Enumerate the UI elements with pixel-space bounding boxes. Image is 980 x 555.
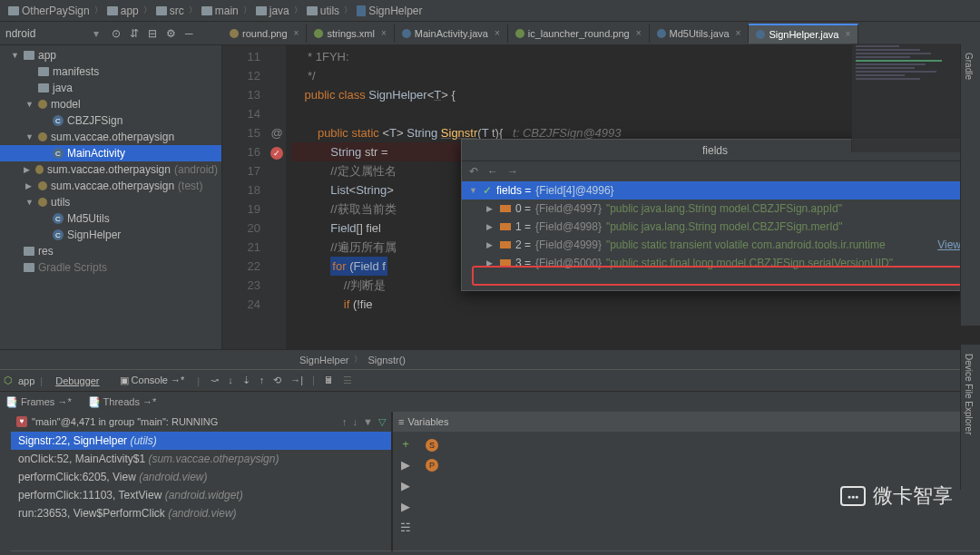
breadcrumb-item[interactable]: app [103,5,143,17]
var-item[interactable]: ▶ 1 = {Field@4998} "public java.lang.Str… [462,218,968,236]
filter-icon[interactable]: ▼ [363,416,373,428]
popup-toolbar: ↶ ← → [462,161,968,181]
console-tab[interactable]: ▣ Console →* [113,372,192,389]
pause-icon[interactable]: ▶ [401,479,410,492]
prev-frame-icon[interactable]: ↑ [342,416,348,428]
popup-back-icon[interactable]: ↶ [469,165,478,178]
editor-tab[interactable]: ic_launcher_round.png× [508,24,650,43]
breadcrumb-item[interactable]: utils [302,5,344,17]
gear-icon[interactable]: ⚙ [166,27,176,40]
stack-frame[interactable]: run:23653, View$PerformClick (android.vi… [11,504,391,522]
thread-name[interactable]: "main"@4,471 in group "main": RUNNING [32,416,218,427]
var-item[interactable]: ▶ 2 = {Field@4999} "public static transi… [462,236,968,254]
frames-list[interactable]: Signstr:22, SignHelper (utils)onClick:52… [11,432,391,551]
caret-icon[interactable]: ▶ [24,165,32,174]
watch-icon[interactable]: ☰ [343,375,352,386]
tree-item[interactable]: manifests [0,63,221,80]
popup-right-icon[interactable]: → [507,165,518,178]
sync-icon[interactable]: ⊙ [112,27,121,40]
editor-tab[interactable]: round.png× [222,24,307,43]
breadcrumb-item[interactable]: src [152,5,189,17]
editor-tab[interactable]: MainActivity.java× [395,24,508,43]
code-breadcrumb[interactable]: SignHelper〉Signstr() [0,349,980,369]
tree-item[interactable]: ▶sum.vaccae.otherpaysign (test) [0,178,221,194]
collapse-icon[interactable]: ⊟ [148,27,157,40]
step-into-icon[interactable]: ↓ [228,375,233,386]
step-out-icon[interactable]: ↑ [260,375,265,386]
tree-item[interactable]: CCBZJFSign [0,112,221,129]
close-icon[interactable]: × [636,28,642,38]
next-frame-icon[interactable]: ↓ [353,416,358,428]
evaluate-icon[interactable]: 🖩 [324,375,334,386]
editor-tab[interactable]: strings.xml× [307,24,394,43]
tree-item[interactable]: ▼model [0,96,221,112]
minimap[interactable] [851,44,960,152]
device-explorer-tab[interactable]: Device File Explorer [961,345,976,443]
pkg-icon [38,100,47,109]
debugger-tab[interactable]: Debugger [48,373,106,389]
tree-item[interactable]: ▼app [0,47,221,63]
breadcrumb-item[interactable]: main [197,5,243,17]
stack-frame[interactable]: Signstr:22, SignHelper (utils) [11,432,391,450]
java-icon [657,29,666,38]
breadcrumb-item[interactable]: java [251,5,294,17]
tree-item[interactable]: java [0,80,221,96]
stack-frame[interactable]: performClick:11103, TextView (android.wi… [11,486,391,504]
pkg-icon [38,198,47,207]
caret-icon[interactable]: ▼ [25,198,34,207]
popup-list[interactable]: ▼ ✓ fields = {Field[4]@4996}▶ 0 = {Field… [462,181,968,272]
tree-item[interactable]: CMd5Utils [0,210,221,227]
stack-frame[interactable]: onClick:52, MainActivity$1 (sum.vaccae.o… [11,450,391,468]
debug-target-icon[interactable]: ⬡ [4,375,13,386]
vars-toolbar: + ▶ ▶ ▶ ☵ [393,432,418,534]
cls-icon: C [53,115,64,126]
tree-item[interactable]: CMainActivity [0,145,221,161]
pkg-icon [38,181,47,190]
right-side-panel[interactable]: Gradle [960,44,980,326]
tree-item[interactable]: Gradle Scripts [0,259,221,276]
view-icon[interactable]: ☵ [400,521,411,534]
editor-tab[interactable]: Md5Utils.java× [650,24,750,43]
stack-frame[interactable]: performClick:6205, View (android.view) [11,468,391,486]
close-icon[interactable]: × [294,28,299,38]
project-selector[interactable]: ndroid▾ [0,22,104,44]
popup-left-icon[interactable]: ← [487,165,498,178]
stop-icon[interactable]: ▶ [401,500,410,513]
breadcrumb-item[interactable]: OtherPaySign [4,5,94,17]
caret-icon[interactable]: ▼ [25,132,34,141]
close-icon[interactable]: × [736,28,741,38]
run-to-cursor-icon[interactable]: →| [290,375,303,386]
threads-label[interactable]: 📑 Threads →* [88,396,157,408]
resume-icon[interactable]: ▶ [401,458,410,472]
caret-icon[interactable]: ▶ [25,181,34,190]
var-item[interactable]: ▶ 3 = {Field@5000} "public static final … [462,254,968,272]
breadcrumb-item[interactable]: SignHelper [352,5,426,17]
close-icon[interactable]: × [495,28,500,38]
expand-icon[interactable]: ⇵ [130,27,139,40]
editor-tab[interactable]: SignHelper.java× [749,24,858,44]
force-step-icon[interactable]: ⇣ [242,375,250,386]
tree-item[interactable]: ▼sum.vaccae.otherpaysign [0,129,221,145]
debug-target[interactable]: app [18,375,34,386]
step-over-icon[interactable]: ⤻ [211,375,219,386]
gradle-tab[interactable]: Gradle [961,44,976,89]
funnel-icon[interactable]: ▽ [378,416,386,428]
dir-icon [24,51,34,60]
caret-icon[interactable]: ▼ [11,51,20,60]
tree-item[interactable]: ▼utils [0,194,221,210]
add-icon[interactable]: + [402,437,409,451]
close-icon[interactable]: × [381,28,387,38]
drop-frame-icon[interactable]: ⟲ [273,375,281,386]
variables-popup[interactable]: fields ↶ ← → ▼ ✓ fields = {Field[4]@4996… [461,139,969,291]
var-item[interactable]: ▶ 0 = {Field@4997} "public java.lang.Str… [462,200,968,218]
close-icon[interactable]: × [845,29,850,39]
dir-icon [24,247,34,256]
right-side-panel-2[interactable]: Device File Explorer [960,345,980,490]
project-tree[interactable]: ▼appmanifestsjava▼modelCCBZJFSign▼sum.va… [0,45,222,349]
tree-item[interactable]: ▶sum.vaccae.otherpaysign (android) [0,161,221,178]
caret-icon[interactable]: ▼ [25,100,34,109]
tree-item[interactable]: CSignHelper [0,227,221,243]
hide-icon[interactable]: ─ [185,27,193,40]
tree-item[interactable]: res [0,243,221,259]
var-root[interactable]: ▼ ✓ fields = {Field[4]@4996} [462,181,968,200]
